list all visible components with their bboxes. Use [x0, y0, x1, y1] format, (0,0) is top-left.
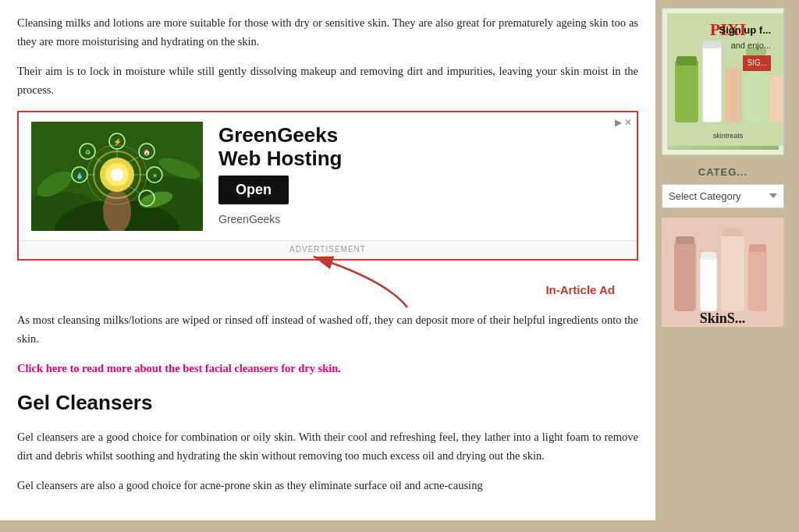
para2: Their aim is to lock in moisture while s… [17, 62, 638, 100]
svg-point-10 [111, 168, 123, 181]
pixi-overlay: Sign up f... and enjo... SIG... [716, 20, 774, 74]
sidebar-pixi-ad: PIXI skintreats Sign up f... and enjo...… [662, 8, 784, 155]
main-content: Cleansing milks and lotions are more sui… [0, 0, 655, 520]
svg-text:SkinS...: SkinS... [700, 310, 746, 326]
page-wrapper: Cleansing milks and lotions are more sui… [0, 0, 799, 520]
svg-rect-37 [726, 68, 741, 122]
pixi-signup-text: Sign up f... [719, 23, 771, 39]
svg-rect-51 [749, 244, 766, 252]
svg-text:🏠: 🏠 [143, 148, 151, 156]
svg-rect-50 [748, 249, 767, 311]
svg-rect-47 [701, 252, 716, 260]
ad-sub-label: GreenGeeks [218, 211, 624, 228]
svg-rect-40 [769, 76, 784, 122]
ad-x-icon: ▶ ✕ [615, 115, 632, 130]
svg-text:☀: ☀ [152, 172, 158, 179]
svg-text:skintreats: skintreats [713, 132, 744, 140]
category-select[interactable]: Select Category [662, 184, 784, 208]
para3: As most cleansing milks/lotions are wipe… [17, 311, 638, 349]
ad-inner: ⚡ 🏠 ☀ 🌿 [19, 112, 637, 240]
sidebar-skins-ad: SkinS... [662, 218, 784, 327]
para5: Gel cleansers are also a good choice for… [17, 477, 638, 495]
pixi-sig-button[interactable]: SIG... [743, 55, 771, 71]
svg-rect-45 [676, 236, 694, 244]
svg-rect-34 [676, 56, 697, 66]
svg-text:⚡: ⚡ [113, 137, 123, 147]
dry-skin-link[interactable]: Click here to read more about the best f… [17, 360, 638, 378]
pixi-ad-inner: PIXI skintreats Sign up f... and enjo...… [667, 13, 779, 150]
svg-rect-46 [700, 257, 717, 311]
para4: Gel cleansers are a good choice for comb… [17, 428, 638, 466]
ad-image-background: ⚡ 🏠 ☀ 🌿 [31, 122, 203, 231]
para1: Cleansing milks and lotions are more sui… [17, 14, 638, 51]
ad-annotation-area: ▶ ✕ [17, 111, 638, 261]
ad-illustration: ⚡ 🏠 ☀ 🌿 [31, 122, 203, 231]
pixi-enjoy-text: and enjo... [719, 39, 771, 53]
ad-advertisement-label: ADVERTISEMENT [19, 240, 637, 259]
ad-open-row: Open [218, 176, 624, 204]
ad-container: ▶ ✕ [17, 111, 638, 261]
ad-open-button[interactable]: Open [218, 176, 289, 204]
svg-rect-33 [675, 60, 698, 122]
svg-text:🌿: 🌿 [143, 195, 151, 203]
svg-rect-44 [674, 241, 696, 311]
section-heading: Gel Cleansers [17, 387, 638, 420]
ad-brand-name: GreenGeeks Web Hosting [218, 124, 624, 171]
in-article-ad-label: In-Article Ad [545, 281, 615, 300]
skins-illustration: SkinS... [662, 218, 783, 327]
ad-close-button[interactable]: ▶ ✕ [615, 115, 632, 130]
sidebar: PIXI skintreats Sign up f... and enjo...… [655, 0, 792, 520]
sidebar-category-label: CATEG... [662, 165, 784, 181]
svg-rect-49 [722, 229, 744, 236]
ad-image: ⚡ 🏠 ☀ 🌿 [31, 122, 203, 231]
svg-rect-48 [721, 233, 744, 311]
svg-text:♻: ♻ [85, 149, 91, 156]
svg-text:💧: 💧 [76, 172, 83, 179]
skins-inner: SkinS... [662, 218, 784, 327]
ad-text-area: GreenGeeks Web Hosting Open GreenGeeks [218, 124, 624, 228]
